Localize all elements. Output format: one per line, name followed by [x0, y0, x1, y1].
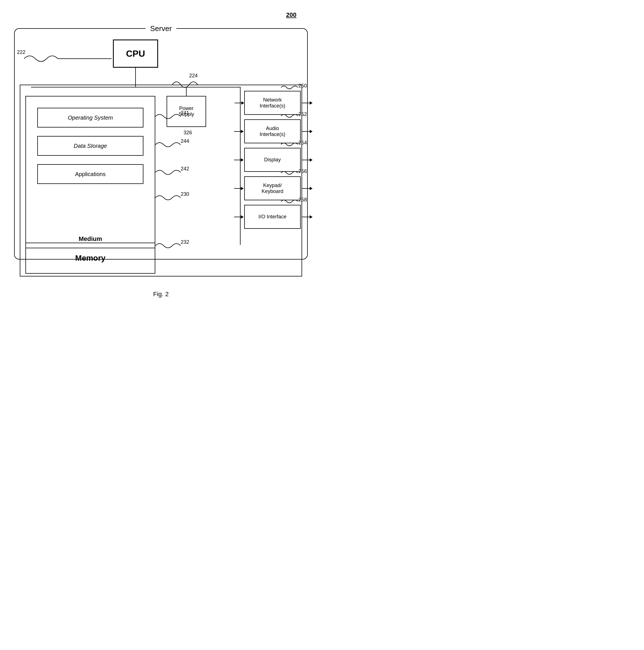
- ref-252: 252: [298, 111, 307, 117]
- ref-254: 254: [298, 140, 307, 146]
- cpu-label: CPU: [126, 48, 145, 59]
- applications-label: Applications: [75, 171, 106, 177]
- io-interface-box: I/O Interface 258: [244, 205, 301, 229]
- wavy-222-svg: [24, 50, 111, 67]
- wavy-244-svg: [155, 141, 181, 149]
- interface-column: NetworkInterface(s) 250: [244, 91, 301, 229]
- ref-230: 230: [181, 191, 189, 197]
- page-container: 200 Server CPU 222 224 Op: [8, 11, 313, 298]
- datastorage-label: Data Storage: [74, 143, 107, 149]
- display-label: Display: [264, 157, 281, 163]
- network-interface-box: NetworkInterface(s) 250: [244, 91, 301, 115]
- server-label: Server: [146, 24, 176, 33]
- os-label: Operating System: [68, 114, 113, 121]
- diagram-area: Server CPU 222 224 Operating System: [8, 23, 313, 282]
- audio-interface-label: AudioInterface(s): [260, 125, 285, 137]
- audio-interface-box: AudioInterface(s) 252: [244, 119, 301, 143]
- network-interface-label: NetworkInterface(s): [260, 97, 285, 109]
- wavy-232-svg: [155, 242, 181, 250]
- medium-box: Operating System Data Storage Applicatio…: [25, 96, 155, 248]
- ref-232: 232: [181, 239, 189, 245]
- wavy-250-svg: [281, 84, 298, 91]
- right-bus-line: [240, 87, 241, 245]
- wavy-256-svg: [281, 170, 298, 176]
- keypad-box: Keypad/Keyboard 256: [244, 176, 301, 200]
- keypad-label: Keypad/Keyboard: [262, 183, 283, 194]
- wavy-242-svg: [155, 168, 181, 177]
- memory-label: Memory: [75, 254, 105, 263]
- figure-number: 200: [286, 11, 297, 19]
- display-box: Display 254: [244, 148, 301, 172]
- ref-258: 258: [298, 197, 307, 203]
- ref-224: 224: [189, 73, 198, 79]
- ref-244: 244: [181, 138, 189, 144]
- wavy-258-svg: [281, 198, 298, 205]
- power-line-up: [186, 87, 187, 97]
- ref-256: 256: [298, 169, 307, 174]
- ref-326: 326: [183, 130, 192, 136]
- power-supply-label: PowerSupply: [178, 106, 194, 117]
- wavy-254-svg: [281, 141, 298, 148]
- ref-242: 242: [181, 166, 189, 172]
- datastorage-box: Data Storage: [37, 136, 143, 156]
- medium-label: Medium: [78, 235, 102, 243]
- os-box: Operating System: [37, 108, 143, 128]
- power-supply-box: PowerSupply: [167, 96, 206, 127]
- io-interface-label: I/O Interface: [258, 214, 286, 220]
- wavy-230-svg: [155, 193, 181, 202]
- ref-250: 250: [298, 83, 307, 89]
- memory-box: Memory: [25, 243, 155, 274]
- wavy-252-svg: [281, 113, 298, 119]
- cpu-box: CPU: [113, 39, 158, 68]
- ref-222: 222: [17, 49, 25, 55]
- applications-box: Applications: [37, 164, 143, 184]
- fig-caption: Fig. 2: [8, 291, 313, 298]
